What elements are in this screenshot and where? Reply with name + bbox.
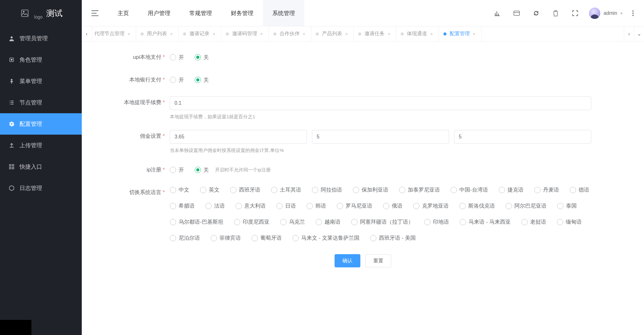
page-tab-8[interactable]: 配置管理× <box>439 26 481 41</box>
tabs-scroll-right[interactable]: › <box>624 26 634 41</box>
radio-lang-5[interactable]: 保加利亚语 <box>353 186 388 193</box>
radio-lang-9[interactable]: 丹麦语 <box>534 186 559 193</box>
page-tab-7[interactable]: 体现通道× <box>396 26 439 41</box>
tabs-dropdown[interactable]: ⌄ <box>634 26 644 41</box>
page-tab-0[interactable]: 代理节点管理× <box>92 26 136 41</box>
nav-tab-2[interactable]: 常规管理 <box>180 0 221 26</box>
radio-lang-6[interactable]: 加泰罗尼亚语 <box>399 186 440 193</box>
radio-lang-10[interactable]: 德语 <box>570 186 589 193</box>
more-icon[interactable] <box>628 0 638 26</box>
sidebar-item-3[interactable]: 节点管理 <box>0 92 82 113</box>
card-icon[interactable] <box>508 0 525 26</box>
reset-button[interactable]: 重置 <box>365 254 391 267</box>
radio-lang-34[interactable]: 马来文 - 文莱达鲁萨兰国 <box>292 234 359 242</box>
sidebar-item-6[interactable]: 快捷入口 <box>0 156 82 177</box>
radio-lang-2[interactable]: 西班牙语 <box>230 186 260 193</box>
close-icon[interactable]: × <box>213 31 215 36</box>
radio-lang-19[interactable]: 斯洛伐克语 <box>459 202 495 209</box>
radio-lang-28[interactable]: 马来语 - 马来西亚 <box>460 218 511 226</box>
close-icon[interactable]: × <box>303 31 305 36</box>
radio-lang-13[interactable]: 意大利语 <box>236 202 266 209</box>
grid-icon <box>9 164 15 170</box>
radio-lang-1[interactable]: 英文 <box>200 186 219 193</box>
page-tab-3[interactable]: 邀请码管理× <box>221 26 269 41</box>
radio-lang-17[interactable]: 俄语 <box>383 202 402 209</box>
radio-lang-29[interactable]: 老挝语 <box>521 218 546 226</box>
page-tab-1[interactable]: 用户列表× <box>136 26 179 41</box>
page-tabs: ‹ 代理节点管理×用户列表×邀请记录×邀请码管理×合作伙伴×产品列表×邀请任务×… <box>82 26 644 42</box>
radio-lang-35[interactable]: 西班牙语 - 美国 <box>370 234 416 242</box>
radio-lang-14[interactable]: 日语 <box>276 202 296 209</box>
page-tab-2[interactable]: 邀请记录× <box>179 26 221 41</box>
trash-icon[interactable] <box>547 0 564 26</box>
page-tab-4[interactable]: 合作伙伴× <box>269 26 311 41</box>
page-tab-6[interactable]: 邀请任务× <box>354 26 396 41</box>
radio-lang-12[interactable]: 法语 <box>205 202 225 209</box>
header: 主页用户管理常规管理财务管理系统管理 <box>82 0 644 26</box>
radio-lang-21[interactable]: 泰国 <box>557 202 577 209</box>
radio-lang-11[interactable]: 希腊语 <box>170 202 195 209</box>
submit-button[interactable]: 确认 <box>335 254 360 267</box>
radio-lang-24[interactable]: 乌克兰 <box>280 218 305 226</box>
radio-upi-on[interactable]: 开 <box>170 54 184 61</box>
sidebar-item-7[interactable]: 日志管理 <box>0 177 82 199</box>
nav-tab-4[interactable]: 系统管理 <box>263 0 304 26</box>
close-icon[interactable]: × <box>388 31 390 36</box>
radio-lang-31[interactable]: 尼泊尔语 <box>170 234 200 242</box>
refresh-icon[interactable] <box>528 0 544 26</box>
page-tab-5[interactable]: 产品列表× <box>311 26 354 41</box>
collapse-sidebar-button[interactable] <box>82 0 108 26</box>
radio-lang-26[interactable]: 阿塞拜疆语（拉丁语） <box>351 218 414 226</box>
radio-label: 希腊语 <box>179 202 195 209</box>
input-commission-1[interactable] <box>170 130 307 144</box>
close-icon[interactable]: × <box>473 31 475 36</box>
radio-lang-25[interactable]: 越南语 <box>316 218 341 226</box>
sidebar-item-0[interactable]: 管理员管理 <box>0 28 82 49</box>
radio-lang-16[interactable]: 罗马尼亚语 <box>337 202 372 209</box>
nav-tab-0[interactable]: 主页 <box>108 0 138 26</box>
sidebar-item-1[interactable]: 角色管理 <box>0 49 82 70</box>
close-icon[interactable]: × <box>345 31 348 36</box>
radio-lang-20[interactable]: 阿尔巴尼亚语 <box>506 202 547 209</box>
radio-bank-off[interactable]: 关 <box>195 76 209 84</box>
sidebar-item-2[interactable]: 菜单管理 <box>0 70 82 92</box>
chart-icon[interactable] <box>489 0 505 26</box>
radio-bank-on[interactable]: 开 <box>170 76 184 84</box>
tabs-scroll-left[interactable]: ‹ <box>82 26 92 41</box>
radio-ip-on[interactable]: 开 <box>170 166 184 174</box>
radio-lang-32[interactable]: 菲律宾语 <box>211 234 241 242</box>
input-withdraw-fee[interactable] <box>170 96 591 110</box>
radio-lang-23[interactable]: 印度尼西亚 <box>234 218 269 226</box>
radio-lang-3[interactable]: 土耳其语 <box>271 186 301 193</box>
row-upi-local-pay: upi本地支付* 开 关 <box>94 51 631 64</box>
radio-lang-22[interactable]: 乌尔都语-巴基斯坦 <box>170 218 223 226</box>
user-menu[interactable]: admin ▾ <box>586 8 625 19</box>
radio-lang-18[interactable]: 克罗地亚语 <box>413 202 449 209</box>
sidebar-item-4[interactable]: 配置管理 <box>0 113 82 135</box>
sidebar-item-5[interactable]: 上传管理 <box>0 135 82 156</box>
radio-lang-27[interactable]: 印地语 <box>424 218 449 226</box>
radio-upi-off[interactable]: 关 <box>195 54 209 61</box>
input-commission-3[interactable] <box>454 130 591 144</box>
nav-tab-label: 常规管理 <box>189 9 212 17</box>
logo-image <box>19 8 31 19</box>
radio-lang-0[interactable]: 中文 <box>170 186 189 193</box>
nav-tab-label: 主页 <box>118 9 129 17</box>
fullscreen-icon[interactable] <box>567 0 583 26</box>
radio-lang-7[interactable]: 中国-台湾语 <box>451 186 488 193</box>
close-icon[interactable]: × <box>430 31 433 36</box>
radio-lang-8[interactable]: 捷克语 <box>499 186 524 193</box>
radio-group-ip-register: 开 关 <box>170 164 209 176</box>
radio-lang-30[interactable]: 缅甸语 <box>557 218 582 226</box>
radio-ip-off[interactable]: 关 <box>195 166 209 174</box>
input-commission-2[interactable] <box>312 130 449 144</box>
nav-tab-1[interactable]: 用户管理 <box>138 0 180 26</box>
close-icon[interactable]: × <box>128 31 130 36</box>
close-icon[interactable]: × <box>260 31 263 36</box>
nav-tab-3[interactable]: 财务管理 <box>221 0 263 26</box>
radio-lang-15[interactable]: 韩语 <box>307 202 326 209</box>
radio-lang-4[interactable]: 阿拉伯语 <box>312 186 342 193</box>
logo-alt-text: logo <box>34 14 42 20</box>
close-icon[interactable]: × <box>170 31 173 36</box>
radio-lang-33[interactable]: 葡萄牙语 <box>252 234 282 242</box>
